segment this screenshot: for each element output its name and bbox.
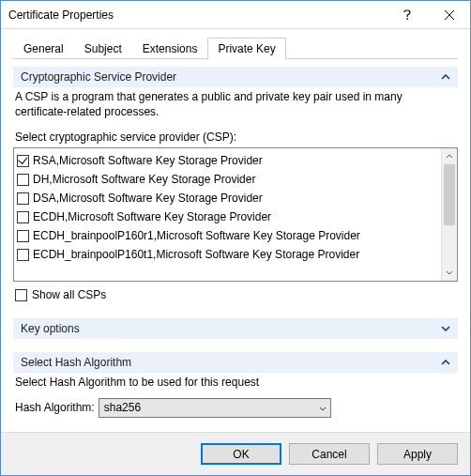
csp-item-label: DH,Microsoft Software Key Storage Provid…	[33, 171, 255, 188]
close-icon	[445, 10, 454, 20]
chevron-up-icon	[441, 358, 450, 367]
svg-point-0	[406, 18, 408, 20]
dialog-window: Certificate Properties General Subject E…	[0, 0, 471, 476]
tab-strip: General Subject Extensions Private Key	[13, 37, 458, 59]
show-all-checkbox[interactable]	[15, 289, 27, 301]
key-options-section-header[interactable]: Key options	[13, 318, 458, 339]
csp-listbox[interactable]: RSA,Microsoft Software Key Storage Provi…	[13, 147, 458, 282]
tab-body: Cryptographic Service Provider A CSP is …	[13, 59, 458, 424]
vertical-scrollbar[interactable]	[441, 148, 457, 281]
list-item[interactable]: RSA,Microsoft Software Key Storage Provi…	[17, 151, 438, 170]
window-title: Certificate Properties	[1, 8, 386, 22]
checkbox-icon[interactable]	[17, 230, 29, 242]
scroll-thumb[interactable]	[444, 164, 455, 225]
chevron-up-icon	[446, 154, 453, 159]
csp-item-label: RSA,Microsoft Software Key Storage Provi…	[33, 152, 263, 169]
close-button[interactable]	[428, 1, 470, 28]
list-item[interactable]: DH,Microsoft Software Key Storage Provid…	[17, 170, 438, 189]
hash-algorithm-combo[interactable]: sha256	[99, 398, 331, 418]
checkbox-icon[interactable]	[17, 192, 29, 205]
hash-row: Hash Algorithm: sha256	[13, 394, 458, 418]
hash-description: Select Hash Algorithm to be used for thi…	[13, 373, 458, 393]
chevron-down-icon	[319, 401, 327, 414]
list-item[interactable]: ECDH_brainpoolP160r1,Microsoft Software …	[17, 226, 438, 245]
hash-label: Hash Algorithm:	[15, 401, 95, 414]
csp-item-label: ECDH_brainpoolP160r1,Microsoft Software …	[33, 227, 360, 244]
csp-description: A CSP is a program that generates a publ…	[13, 87, 458, 123]
tab-general[interactable]: General	[13, 38, 74, 59]
hash-section-header[interactable]: Select Hash Algorithm	[13, 352, 458, 373]
csp-select-label: Select cryptographic service provider (C…	[13, 123, 458, 147]
apply-button[interactable]: Apply	[377, 443, 458, 465]
csp-section-header[interactable]: Cryptographic Service Provider	[13, 67, 458, 87]
csp-item-label: DSA,Microsoft Software Key Storage Provi…	[33, 190, 263, 207]
list-item[interactable]: ECDH_brainpoolP160t1,Microsoft Software …	[17, 245, 438, 264]
hash-section-title: Select Hash Algorithm	[21, 356, 131, 369]
titlebar: Certificate Properties	[1, 1, 470, 29]
checkbox-icon[interactable]	[17, 249, 29, 261]
list-item[interactable]: ECDH,Microsoft Software Key Storage Prov…	[17, 207, 438, 226]
show-all-csps-row: Show all CSPs	[13, 282, 458, 305]
cancel-button[interactable]: Cancel	[289, 443, 370, 465]
checkbox-icon[interactable]	[17, 174, 29, 186]
chevron-down-icon	[441, 324, 450, 333]
tab-private-key[interactable]: Private Key	[207, 38, 285, 60]
list-item[interactable]: DSA,Microsoft Software Key Storage Provi…	[17, 189, 438, 207]
chevron-up-icon	[441, 72, 450, 82]
ok-button[interactable]: OK	[201, 443, 281, 465]
help-icon	[403, 9, 412, 21]
csp-item-label: ECDH_brainpoolP160t1,Microsoft Software …	[33, 246, 359, 263]
hash-value: sha256	[104, 401, 141, 414]
scroll-down-button[interactable]	[442, 265, 457, 281]
checkbox-icon[interactable]	[17, 211, 29, 223]
scroll-track[interactable]	[442, 164, 457, 265]
help-button[interactable]	[386, 1, 428, 28]
csp-item-label: ECDH,Microsoft Software Key Storage Prov…	[33, 208, 271, 225]
csp-section-title: Cryptographic Service Provider	[21, 70, 176, 84]
chevron-down-icon	[446, 270, 453, 275]
tab-subject[interactable]: Subject	[74, 38, 132, 59]
dialog-button-row: OK Cancel Apply	[1, 432, 470, 475]
scroll-up-button[interactable]	[442, 148, 457, 164]
tab-extensions[interactable]: Extensions	[132, 38, 208, 59]
content-area: General Subject Extensions Private Key C…	[1, 29, 470, 432]
csp-list-items: RSA,Microsoft Software Key Storage Provi…	[14, 148, 441, 281]
show-all-label[interactable]: Show all CSPs	[32, 288, 106, 301]
key-options-title: Key options	[21, 322, 80, 335]
checkbox-icon[interactable]	[17, 155, 29, 167]
